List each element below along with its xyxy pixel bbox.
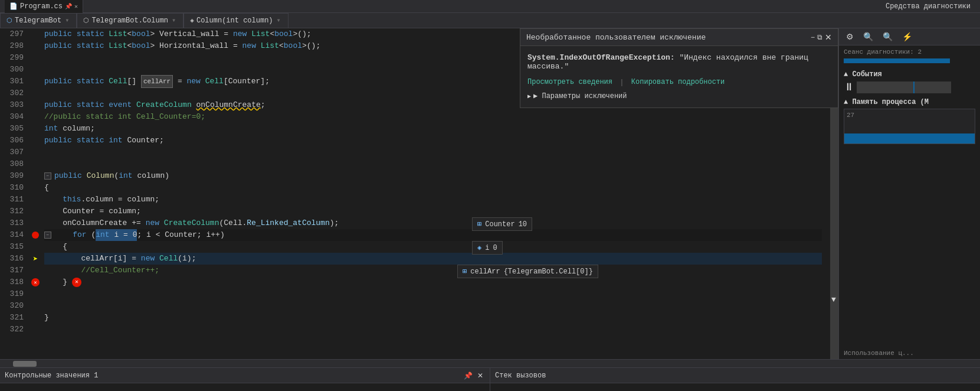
code-line-318: } ✕ <box>44 276 822 288</box>
exception-body: System.IndexOutOfRangeException: "Индекс… <box>520 46 838 107</box>
code-line-309: − public Column(int column) <box>44 170 822 182</box>
chevron-down-icon-1: ▾ <box>64 16 70 25</box>
scroll-down-arrow[interactable]: ▼ <box>831 295 837 300</box>
code-line-321: } <box>44 312 822 324</box>
fold-309[interactable]: − <box>44 172 51 180</box>
gutter-319 <box>30 288 41 300</box>
gutter-311 <box>30 194 41 206</box>
code-line-316: cellArr[i] = new Cell(i); <box>44 253 822 265</box>
chevron-down-icon-3: ▾ <box>276 16 282 25</box>
breakpoint-icon <box>32 232 39 239</box>
callstack-title: Стек вызовов <box>495 372 546 380</box>
callstack-panel: Стек вызовов <box>490 368 980 391</box>
breadcrumb-column-class[interactable]: ⬡ TelegramBot.Column ▾ <box>77 13 183 28</box>
breadcrumb-label-2: TelegramBot.Column <box>91 17 168 25</box>
cellarr-value: {TelegramBot.Cell[0]} <box>504 268 593 276</box>
watch-close-button[interactable]: ✕ <box>476 371 485 380</box>
gutter-304 <box>30 111 41 123</box>
diag-zoom-in-button[interactable]: 🔍 <box>861 31 876 43</box>
error-badge-318: ✕ <box>72 278 81 287</box>
gutter-322 <box>30 324 41 335</box>
memory-value: 27 <box>847 112 854 119</box>
i-label: i <box>485 244 489 252</box>
breadcrumb-method[interactable]: ◈ Column(int column) ▾ <box>183 13 288 28</box>
diag-memory: ▲ Память процесса (М 27 <box>839 96 980 149</box>
breadcrumb-label-3: Column(int column) <box>196 17 273 25</box>
program-cs-tab[interactable]: 📄 Program.cs 📌 ✕ <box>5 0 83 13</box>
diag-events: ▲ События ⏸ <box>839 68 980 96</box>
code-line-313: onColumnCreate += new CreateColumn(Cell.… <box>44 217 822 229</box>
watch-pin-button[interactable]: 📌 <box>462 371 474 380</box>
view-details-link[interactable]: Просмотреть сведения <box>527 78 612 87</box>
bottom-panels: Контрольные значения 1 📌 ✕ Стек вызовов <box>0 367 980 391</box>
exception-minimize-button[interactable]: − <box>811 32 815 42</box>
horizontal-scrollbar[interactable] <box>0 360 980 367</box>
gutter-316-arrow: ➤ <box>30 253 41 265</box>
events-header[interactable]: ▲ События <box>844 70 975 79</box>
code-line-319 <box>44 288 822 300</box>
exception-params[interactable]: ▶ ▶ Параметры исключений <box>527 92 831 100</box>
exception-links: Просмотреть сведения | Копировать подроб… <box>527 78 831 87</box>
diag-toolbar: ⚙ 🔍 🔍 ⚡ <box>839 28 980 45</box>
diag-bottom: Использование ц... <box>839 347 980 359</box>
gutter-298 <box>30 40 41 52</box>
counter-value: 10 <box>519 220 527 229</box>
method-icon: ◈ <box>190 17 194 24</box>
gutter-320 <box>30 300 41 312</box>
exception-close-button[interactable]: ✕ <box>825 32 832 42</box>
counter-tooltip: ⊞ Counter 10 <box>472 217 532 231</box>
exception-float-button[interactable]: ⧉ <box>817 32 822 42</box>
watch-content <box>0 383 490 388</box>
tab-title: Program.cs <box>20 2 63 11</box>
gutter-305 <box>30 123 41 135</box>
namespace-icon: ⬡ <box>6 17 12 24</box>
code-line-322 <box>44 324 822 335</box>
selected-code: int i = 0 <box>96 229 137 241</box>
code-line-312: Counter = column; <box>44 206 822 217</box>
gutter-303 <box>30 99 41 111</box>
memory-header[interactable]: ▲ Память процесса (М <box>844 98 975 106</box>
horizontal-scrollbar-area <box>0 359 980 367</box>
diag-session: Сеанс диагностики: 2 <box>839 45 980 68</box>
code-line-311: this.column = column; <box>44 194 822 206</box>
gutter: ➤ ✕ <box>30 28 41 359</box>
diag-settings-button[interactable]: ⚙ <box>844 31 856 43</box>
code-line-315: { <box>44 241 822 253</box>
code-line-306: public static int Counter; <box>44 135 822 146</box>
pin-icon[interactable]: 📌 <box>65 3 72 10</box>
breadcrumb-bar: ⬡ TelegramBot ▾ ⬡ TelegramBot.Column ▾ ◈… <box>0 13 980 28</box>
scrollbar-h-thumb[interactable] <box>13 361 37 367</box>
tab-bar: 📄 Program.cs 📌 ✕ Средства диагностики <box>0 0 980 13</box>
i-var-icon: ◈ <box>477 243 481 252</box>
diag-zoom-out-button[interactable]: 🔍 <box>880 31 895 43</box>
session-bar <box>844 58 950 63</box>
gutter-309 <box>30 170 41 182</box>
cellarr-collapsed: cellArr <box>141 75 173 88</box>
gutter-313 <box>30 217 41 229</box>
gutter-297 <box>30 28 41 40</box>
gutter-306 <box>30 135 41 146</box>
i-tooltip: ◈ i 0 <box>472 241 503 255</box>
fold-314[interactable]: − <box>44 232 51 239</box>
copy-details-link[interactable]: Копировать подробности <box>631 78 725 87</box>
diag-panel-label: Средства диагностики <box>881 1 975 12</box>
pause-button[interactable]: ⏸ <box>844 81 854 93</box>
diagnostic-panel: ⚙ 🔍 🔍 ⚡ Сеанс диагностики: 2 ▲ События ⏸… <box>838 28 980 359</box>
memory-chart: 27 <box>844 109 975 144</box>
exception-type-message: System.IndexOutOfRangeException: "Индекс… <box>527 53 831 71</box>
timeline-marker <box>913 82 915 93</box>
gutter-300 <box>30 64 41 76</box>
gutter-314-breakpoint[interactable] <box>30 229 41 241</box>
error-icon: ✕ <box>31 278 40 286</box>
diag-more-label: Использование ц... <box>844 350 914 357</box>
expand-arrow-icon: ▶ <box>527 93 531 100</box>
events-timeline <box>857 82 951 93</box>
close-icon[interactable]: ✕ <box>74 3 78 10</box>
code-line-317: //Cell_Counter++; <box>44 265 822 276</box>
code-line-310: { <box>44 182 822 194</box>
counter-copy-icon: ⊞ <box>477 220 481 229</box>
code-line-320 <box>44 300 822 312</box>
events-label: ▲ События <box>844 70 882 79</box>
diag-more-button[interactable]: ⚡ <box>900 31 915 43</box>
breadcrumb-telegrambot[interactable]: ⬡ TelegramBot ▾ <box>0 13 77 28</box>
